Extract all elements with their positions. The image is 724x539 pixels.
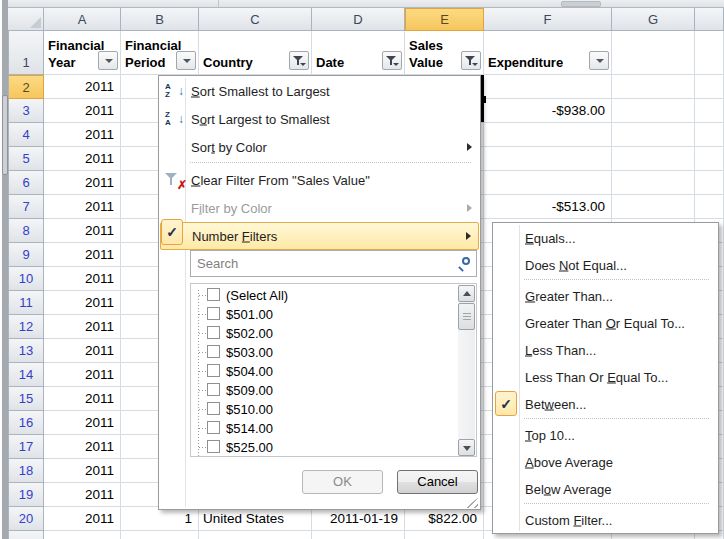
cell-G6[interactable] xyxy=(612,171,695,195)
cell-H3[interactable] xyxy=(695,99,724,123)
cell-A15[interactable]: 2011 xyxy=(44,387,121,411)
cell-A16[interactable]: 2011 xyxy=(44,411,121,435)
filter-value-item-502-00[interactable]: $502.00 xyxy=(191,324,441,343)
cell-F6[interactable] xyxy=(484,171,612,195)
filter-value-checkbox[interactable] xyxy=(207,421,220,434)
filter-value-item-510-00[interactable]: $510.00 xyxy=(191,400,441,419)
cell-F1[interactable]: Expenditure xyxy=(484,31,612,75)
cell-A10[interactable]: 2011 xyxy=(44,267,121,291)
filter-button-B[interactable] xyxy=(176,51,196,70)
scroll-down-button[interactable] xyxy=(458,439,475,456)
scrollbar-thumb[interactable] xyxy=(458,303,475,330)
filter-value-item-501-00[interactable]: $501.00 xyxy=(191,305,441,324)
filter-value-checkbox[interactable] xyxy=(207,307,220,320)
submenu-item-less-than-or-equal-to[interactable]: Less Than Or Equal To... xyxy=(494,363,717,390)
menu-item-sort-smallest-to-largest[interactable]: A Z↓Sort Smallest to Largest xyxy=(160,77,479,105)
cell-A8[interactable]: 2011 xyxy=(44,219,121,243)
filter-value-checkbox[interactable] xyxy=(207,456,220,457)
cell-B21[interactable] xyxy=(121,531,199,539)
cell-C21[interactable] xyxy=(199,531,312,539)
cell-F2[interactable] xyxy=(484,75,612,99)
row-header-15[interactable]: 15 xyxy=(8,387,44,411)
submenu-item-top-10[interactable]: Top 10... xyxy=(494,421,717,448)
column-header-E[interactable]: E xyxy=(405,8,484,31)
filter-value-checkbox[interactable] xyxy=(207,288,220,301)
cell-A1[interactable]: Financial Year xyxy=(44,31,121,75)
cell-A13[interactable]: 2011 xyxy=(44,339,121,363)
column-header-F[interactable]: F xyxy=(484,8,612,31)
column-header-C[interactable]: C xyxy=(199,8,312,31)
cell-H4[interactable] xyxy=(695,123,724,147)
cell-A14[interactable]: 2011 xyxy=(44,363,121,387)
row-header-6[interactable]: 6 xyxy=(8,171,44,195)
cell-H6[interactable] xyxy=(695,171,724,195)
menu-item-number-filters[interactable]: Number Filters xyxy=(160,222,479,250)
cell-D1[interactable]: Date xyxy=(312,31,405,75)
row-header-10[interactable]: 10 xyxy=(8,267,44,291)
menu-item-clear-filter-from-sales-value[interactable]: ✗Clear Filter From "Sales Value" xyxy=(160,166,479,194)
row-header-7[interactable]: 7 xyxy=(8,195,44,219)
filter-value-item-504-00[interactable]: $504.00 xyxy=(191,362,441,381)
cell-F7[interactable]: -$513.00 xyxy=(484,195,612,219)
row-header-4[interactable]: 4 xyxy=(8,123,44,147)
cell-F5[interactable] xyxy=(484,147,612,171)
filter-value-checkbox[interactable] xyxy=(207,383,220,396)
row-header-13[interactable]: 13 xyxy=(8,339,44,363)
cell-A11[interactable]: 2011 xyxy=(44,291,121,315)
row-header-5[interactable]: 5 xyxy=(8,147,44,171)
column-header-A[interactable]: A xyxy=(44,8,121,31)
filter-value-item-503-00[interactable]: $503.00 xyxy=(191,343,441,362)
cell-G3[interactable] xyxy=(612,99,695,123)
cell-A7[interactable]: 2011 xyxy=(44,195,121,219)
row-header-14[interactable]: 14 xyxy=(8,363,44,387)
cancel-button[interactable]: Cancel xyxy=(397,470,478,494)
column-header-D[interactable]: D xyxy=(312,8,405,31)
cell-A6[interactable]: 2011 xyxy=(44,171,121,195)
cell-G2[interactable] xyxy=(612,75,695,99)
submenu-item-greater-than-or-equal-to[interactable]: Greater Than Or Equal To... xyxy=(494,309,717,336)
cell-A4[interactable]: 2011 xyxy=(44,123,121,147)
filter-button-A[interactable] xyxy=(98,51,118,70)
filter-value-item-select-all[interactable]: (Select All) xyxy=(191,286,441,305)
cell-A17[interactable]: 2011 xyxy=(44,435,121,459)
submenu-item-does-not-equal[interactable]: Does Not Equal... xyxy=(494,251,717,278)
row-header-19[interactable]: 19 xyxy=(8,483,44,507)
submenu-item-above-average[interactable]: Above Average xyxy=(494,448,717,475)
cell-A18[interactable]: 2011 xyxy=(44,459,121,483)
cell-E1[interactable]: Sales Value xyxy=(405,31,484,75)
cell-A5[interactable]: 2011 xyxy=(44,147,121,171)
cell-G7[interactable] xyxy=(612,195,695,219)
menu-item-sort-by-color[interactable]: Sort by Color xyxy=(160,133,479,161)
column-header-partial[interactable] xyxy=(695,8,724,31)
cell-F3[interactable]: -$938.00 xyxy=(484,99,612,123)
submenu-item-below-average[interactable]: Below Average xyxy=(494,475,717,502)
submenu-item-less-than[interactable]: Less Than... xyxy=(494,336,717,363)
submenu-item-between[interactable]: Between... xyxy=(494,390,717,417)
filter-value-checkbox[interactable] xyxy=(207,440,220,453)
submenu-item-custom-filter[interactable]: Custom Filter... xyxy=(494,506,717,533)
filter-value-checkbox[interactable] xyxy=(207,326,220,339)
filter-value-checkbox[interactable] xyxy=(207,364,220,377)
column-header-B[interactable]: B xyxy=(121,8,199,31)
filter-button-D[interactable] xyxy=(382,51,402,70)
cell-A20[interactable]: 2011 xyxy=(44,507,121,531)
cell-G4[interactable] xyxy=(612,123,695,147)
cell-A3[interactable]: 2011 xyxy=(44,99,121,123)
cell-F4[interactable] xyxy=(484,123,612,147)
filter-value-checkbox[interactable] xyxy=(207,345,220,358)
row-header-21[interactable] xyxy=(8,531,44,539)
cell-H1[interactable] xyxy=(695,31,724,75)
cell-G5[interactable] xyxy=(612,147,695,171)
search-input[interactable] xyxy=(190,250,477,277)
cell-E20[interactable]: $822.00 xyxy=(405,507,484,531)
ok-button[interactable]: OK xyxy=(302,470,383,494)
select-all-corner[interactable] xyxy=(8,8,44,31)
cell-D21[interactable] xyxy=(312,531,405,539)
cell-C1[interactable]: Country xyxy=(199,31,312,75)
row-header-8[interactable]: 8 xyxy=(8,219,44,243)
filter-button-F[interactable] xyxy=(589,51,609,70)
row-header-17[interactable]: 17 xyxy=(8,435,44,459)
row-header-9[interactable]: 9 xyxy=(8,243,44,267)
scroll-up-button[interactable] xyxy=(458,285,475,302)
cell-A9[interactable]: 2011 xyxy=(44,243,121,267)
